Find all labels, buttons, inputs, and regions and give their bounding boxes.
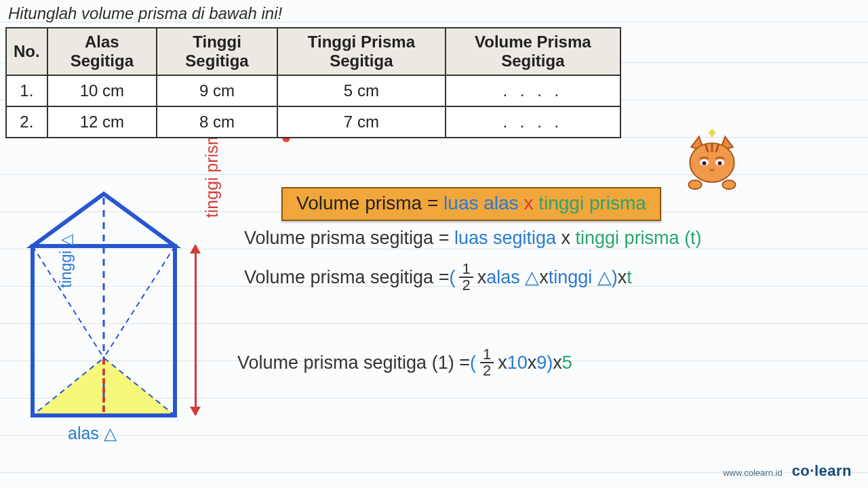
explanation-line-2: Volume prisma segitiga = ( 1 2 x alas △ … — [244, 262, 632, 293]
brand-footer: www.colearn.id co·learn — [723, 462, 852, 480]
expl2-x3: x — [618, 267, 627, 288]
content-area: Hitunglah volume prisma di bawah ini! No… — [0, 0, 868, 138]
svg-point-7 — [718, 161, 722, 165]
expl2-close: ) — [612, 267, 618, 288]
expl2-open: ( — [449, 267, 455, 288]
cell-tinggi-seg: 9 cm — [157, 75, 277, 106]
diag-dashed-right — [104, 246, 175, 358]
col-no: No. — [6, 28, 47, 75]
arrow-head-bottom-icon — [190, 407, 201, 416]
cell-alas: 10 cm — [47, 75, 157, 106]
expl2-x1: x — [477, 267, 487, 288]
expl3-x1: x — [498, 352, 507, 373]
cell-no: 2. — [6, 106, 47, 138]
formula-box: Volume prisma = luas alas x tinggi prism… — [281, 187, 661, 221]
cell-tinggi-seg: 8 cm — [157, 106, 277, 138]
fraction-half-icon: 1 2 — [480, 347, 494, 378]
cat-mascot-icon — [679, 129, 745, 194]
cell-volume: . . . . — [446, 75, 620, 106]
brand-logo: co·learn — [792, 462, 852, 480]
prism-svg — [26, 188, 182, 432]
expl3-close: ) — [547, 352, 553, 373]
brand-site: www.colearn.id — [723, 468, 782, 478]
label-tinggi-triangle: tinggi △ — [57, 210, 75, 312]
expl2-x2: x — [539, 267, 549, 288]
explanation-line-1: Volume prisma segitiga = luas segitiga x… — [244, 228, 702, 249]
cell-volume: . . . . — [446, 106, 620, 138]
prism-height-arrow — [189, 245, 203, 415]
cell-no: 1. — [6, 75, 47, 106]
explanation-line-3: Volume prisma segitiga (1) = ( 1 2 x 10 … — [237, 347, 572, 378]
prism-table: No. Alas Segitiga Tinggi Segitiga Tinggi… — [5, 27, 621, 138]
expl3-v3: 5 — [562, 352, 572, 373]
table-row: 1. 10 cm 9 cm 5 cm . . . . — [6, 75, 620, 106]
expl3-x3: x — [553, 352, 562, 373]
expl1-tp: tinggi prisma (t) — [576, 228, 702, 248]
expl1-lhs: Volume prisma segitiga = — [244, 228, 454, 248]
label-alas-triangle: alas △ — [68, 424, 117, 443]
expl1-luas: luas segitiga — [454, 228, 556, 248]
expl2-t: t — [627, 267, 632, 288]
svg-point-6 — [703, 161, 707, 165]
svg-point-8 — [688, 180, 701, 189]
half-denominator: 2 — [459, 278, 473, 293]
table-row: 2. 12 cm 8 cm 7 cm . . . . — [6, 106, 620, 138]
svg-point-9 — [722, 180, 735, 189]
expl2-tinggi: tinggi △ — [549, 266, 612, 288]
expl2-alas: alas △ — [486, 266, 539, 288]
expl3-lhs: Volume prisma segitiga (1) = — [237, 352, 470, 373]
cell-tinggi-pris: 7 cm — [277, 106, 446, 138]
fraction-half-icon: 1 2 — [459, 262, 473, 293]
table-header-row: No. Alas Segitiga Tinggi Segitiga Tinggi… — [6, 28, 620, 75]
expl1-x: x — [561, 228, 576, 248]
formula-lhs: Volume prisma = — [296, 192, 443, 214]
col-alas: Alas Segitiga — [47, 28, 157, 75]
expl3-x2: x — [528, 352, 537, 373]
col-tinggi-prisma: Tinggi Prisma Segitiga — [277, 28, 446, 75]
expl3-v1: 10 — [507, 352, 528, 373]
page-title: Hitunglah volume prisma di bawah ini! — [8, 4, 863, 23]
half-numerator: 1 — [480, 347, 494, 363]
half-numerator: 1 — [459, 262, 473, 278]
formula-luas-alas: luas alas — [443, 192, 519, 214]
col-tinggi-segitiga: Tinggi Segitiga — [157, 28, 277, 75]
expl2-lhs: Volume prisma segitiga = — [244, 267, 449, 288]
cell-tinggi-pris: 5 cm — [277, 75, 446, 106]
formula-times: x — [524, 192, 538, 214]
cell-alas: 12 cm — [47, 106, 157, 138]
prism-diagram — [26, 188, 202, 460]
half-denominator: 2 — [480, 363, 494, 378]
expl3-v2: 9 — [536, 352, 547, 373]
expl3-open: ( — [470, 352, 476, 373]
col-volume: Volume Prisma Segitiga — [446, 28, 620, 75]
arrow-line — [195, 245, 197, 415]
formula-tinggi-prisma: tinggi prisma — [538, 192, 646, 214]
